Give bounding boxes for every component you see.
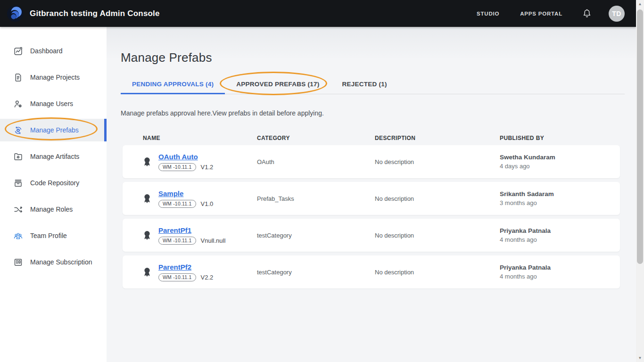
sidebar-item-label: Code Repository: [30, 179, 79, 187]
apps-portal-link[interactable]: APPS PORTAL: [520, 11, 562, 16]
team-icon: [13, 231, 23, 241]
column-header-description: DESCRIPTION: [374, 135, 499, 141]
wm-version-badge: WM -10.11.1: [158, 200, 196, 208]
prefab-category: testCategory: [256, 232, 374, 239]
header-nav: STUDIO APPS PORTAL: [477, 11, 562, 16]
sidebar-item-label: Dashboard: [30, 47, 63, 55]
column-header-name: NAME: [123, 135, 256, 141]
sidebar-item-label: Manage Projects: [30, 74, 80, 81]
publisher-name: Swetha Kundaram: [500, 154, 555, 161]
tab-rejected[interactable]: REJECTED (1): [331, 74, 398, 94]
artifacts-icon: [13, 152, 23, 162]
sidebar-item-manage-artifacts[interactable]: Manage Artifacts: [0, 143, 107, 170]
top-header: Gitbranch testing Admin Console STUDIO A…: [0, 0, 636, 27]
prefabs-table: NAME CATEGORY DESCRIPTION PUBLISHED BY O…: [123, 135, 620, 288]
sidebar-item-label: Manage Roles: [30, 206, 73, 213]
column-header-published-by: PUBLISHED BY: [499, 135, 620, 141]
publisher-name: Priyanka Patnala: [500, 264, 551, 271]
prefab-description: No description: [374, 232, 499, 239]
sidebar-item-dashboard[interactable]: Dashboard: [0, 38, 107, 64]
sidebar-item-label: Manage Users: [30, 100, 73, 107]
studio-link[interactable]: STUDIO: [477, 11, 499, 16]
prefab-name-link[interactable]: OAuth Auto: [158, 153, 213, 161]
prefab-name-link[interactable]: ParentPf1: [158, 226, 225, 234]
prefab-category: OAuth: [256, 158, 374, 165]
prefab-description: No description: [374, 269, 499, 276]
roles-icon: [13, 205, 23, 214]
avatar[interactable]: TD: [609, 6, 625, 22]
projects-icon: [13, 73, 23, 82]
sidebar-item-manage-subscription[interactable]: Manage Subscription: [0, 249, 107, 275]
prefab-award-icon: [141, 266, 153, 278]
main-content: Manage Prefabs PENDING APPROVALS (4) APP…: [107, 27, 636, 362]
prefab-category: Prefab_Tasks: [256, 195, 374, 202]
repository-icon: [13, 178, 23, 188]
prefab-name-link[interactable]: ParentPf2: [158, 263, 213, 271]
table-row: OAuth Auto WM -10.11.1 V1.2 OAuth No des…: [123, 145, 620, 178]
sidebar-item-label: Manage Subscription: [30, 258, 92, 266]
published-time: 4 days ago: [500, 163, 555, 170]
subscription-icon: [13, 257, 23, 267]
wm-version-badge: WM -10.11.1: [158, 163, 196, 171]
published-time: 4 months ago: [500, 273, 551, 280]
wavemaker-logo-icon: [7, 5, 24, 22]
browser-scrollbar[interactable]: ▲ ▼: [636, 0, 644, 362]
prefab-version: V2.2: [201, 274, 214, 281]
published-time: 3 months ago: [500, 199, 554, 206]
sidebar-item-manage-roles[interactable]: Manage Roles: [0, 196, 107, 222]
sidebar-item-label: Manage Prefabs: [30, 126, 79, 134]
table-row: ParentPf1 WM -10.11.1 Vnull.null testCat…: [123, 219, 620, 252]
sidebar-item-code-repository[interactable]: Code Repository: [0, 170, 107, 196]
page-description: Manage prefabs approval here.View prefab…: [121, 109, 636, 117]
page-title: Manage Prefabs: [121, 50, 636, 65]
scrollbar-thumb[interactable]: [637, 9, 643, 264]
prefab-award-icon: [141, 156, 153, 167]
table-header-row: NAME CATEGORY DESCRIPTION PUBLISHED BY: [123, 135, 620, 141]
prefab-version: Vnull.null: [201, 237, 226, 244]
prefab-category: testCategory: [256, 269, 374, 276]
users-icon: [13, 99, 23, 109]
prefab-version: V1.0: [201, 200, 214, 207]
sidebar-item-team-profile[interactable]: Team Profile: [0, 222, 107, 249]
bell-icon[interactable]: [581, 8, 593, 19]
tab-pending-approvals[interactable]: PENDING APPROVALS (4): [121, 74, 225, 94]
wm-version-badge: WM -10.11.1: [158, 237, 196, 245]
sidebar-item-manage-projects[interactable]: Manage Projects: [0, 64, 107, 90]
column-header-category: CATEGORY: [256, 135, 374, 141]
tab-bar: PENDING APPROVALS (4) APPROVED PREFABS (…: [121, 74, 625, 94]
sidebar-item-manage-users[interactable]: Manage Users: [0, 90, 107, 117]
prefab-award-icon: [141, 193, 153, 204]
wm-version-badge: WM -10.11.1: [158, 273, 196, 281]
prefab-award-icon: [141, 230, 153, 241]
prefabs-icon: [13, 125, 23, 135]
publisher-name: Srikanth Sadaram: [500, 190, 554, 197]
prefab-description: No description: [374, 158, 499, 165]
prefab-version: V1.2: [201, 164, 214, 171]
publisher-name: Priyanka Patnala: [500, 227, 551, 234]
scrollbar-down-arrow-icon[interactable]: ▼: [636, 354, 644, 362]
sidebar-item-manage-prefabs[interactable]: Manage Prefabs: [0, 119, 107, 141]
dashboard-icon: [13, 46, 23, 56]
table-row: ParentPf2 WM -10.11.1 V2.2 testCategory …: [123, 255, 620, 288]
table-row: Sample WM -10.11.1 V1.0 Prefab_Tasks No …: [123, 182, 620, 215]
scrollbar-up-arrow-icon[interactable]: ▲: [636, 0, 644, 8]
prefab-description: No description: [374, 195, 499, 202]
admin-console-app: Gitbranch testing Admin Console STUDIO A…: [0, 0, 644, 362]
tab-approved-prefabs[interactable]: APPROVED PREFABS (17): [225, 74, 330, 94]
sidebar-item-label: Manage Artifacts: [30, 153, 79, 160]
prefab-name-link[interactable]: Sample: [158, 189, 213, 197]
published-time: 4 months ago: [500, 236, 551, 243]
sidebar-item-label: Team Profile: [30, 232, 67, 239]
sidebar: Dashboard Manage Projects Manage Users: [0, 27, 107, 362]
app-title: Gitbranch testing Admin Console: [30, 9, 160, 18]
